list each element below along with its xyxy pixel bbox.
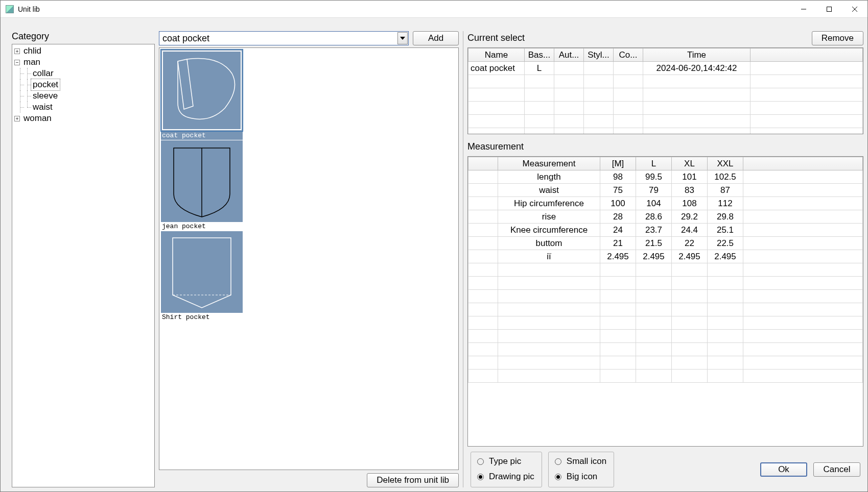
tree-item-pocket[interactable]: pocket [14,79,152,90]
table-row[interactable] [468,277,863,290]
table-row[interactable] [468,88,863,102]
cell [743,170,863,184]
cell [636,290,672,303]
tree-item-waist[interactable]: waist [14,102,152,113]
col-m[interactable]: [M] [600,157,636,170]
maximize-button[interactable] [816,1,842,17]
col-aut[interactable]: Aut... [554,48,584,62]
add-button[interactable]: Add [413,31,459,45]
cell [743,263,863,277]
table-row[interactable] [468,303,863,316]
radio-icon [477,474,484,480]
radio-small-icon[interactable]: Small icon [555,456,606,466]
cell [584,62,614,75]
thumbnail-list[interactable]: coat pocket jean pocket [159,47,459,470]
cell [743,237,863,250]
button-label: Delete from unit lib [377,475,449,485]
table-row[interactable]: iï2.4952.4952.4952.495 [468,250,863,263]
radio-label: Big icon [567,472,597,482]
current-select-table[interactable]: Name Bas... Aut... Styl... Co... Time co… [467,47,863,134]
table-row[interactable] [468,115,863,128]
table-row[interactable] [468,75,863,88]
col-blank[interactable] [468,157,498,170]
thumbnail-image [161,140,243,222]
cell [600,277,636,290]
cell [708,263,743,277]
cell [636,330,672,343]
delete-from-unit-lib-button[interactable]: Delete from unit lib [367,473,459,487]
col-time[interactable]: Time [643,48,750,62]
tree-item-woman[interactable]: woman [14,113,152,124]
thumb-coat-pocket[interactable]: coat pocket [161,50,243,140]
table-row[interactable]: waist75798387 [468,184,863,197]
table-row[interactable]: coat pocket L 2024-06-20,14:42:42 [468,62,863,75]
table-row[interactable] [468,290,863,303]
tree-item-man[interactable]: man [14,57,152,68]
table-row[interactable]: Hip circumference100104108112 [468,197,863,210]
cell [708,330,743,343]
table-row[interactable] [468,330,863,343]
cell [600,316,636,330]
tree-item-collar[interactable]: collar [14,68,152,79]
table-row[interactable] [468,370,863,383]
col-base[interactable]: Bas... [525,48,554,62]
col-extra[interactable] [743,157,863,170]
items-footer: Delete from unit lib [159,470,459,487]
cell [498,343,600,356]
col-styl[interactable]: Styl... [584,48,614,62]
tree-item-sleeve[interactable]: sleeve [14,90,152,102]
tree-item-chlid[interactable]: chlid [14,45,152,57]
thumb-jean-pocket[interactable]: jean pocket [161,140,243,231]
cell [672,277,708,290]
remove-button[interactable]: Remove [812,31,863,45]
combo-dropdown-button[interactable] [397,32,408,44]
close-button[interactable] [842,1,867,17]
expand-icon[interactable] [14,48,20,54]
col-xxl[interactable]: XXL [708,157,743,170]
cell [708,343,743,356]
ok-button[interactable]: Ok [760,462,807,477]
cell [708,303,743,316]
table-row[interactable] [468,343,863,356]
pic-type-group: Type pic Drawing pic [471,452,542,487]
radio-label: Type pic [489,456,521,466]
cell [468,303,498,316]
cell: coat pocket [468,62,525,75]
category-label: Category [12,31,155,42]
col-xl[interactable]: XL [672,157,708,170]
radio-big-icon[interactable]: Big icon [555,472,606,482]
col-co[interactable]: Co... [614,48,643,62]
cell [468,170,498,184]
radio-drawing-pic[interactable]: Drawing pic [477,472,534,482]
select-grid: Name Bas... Aut... Styl... Co... Time co… [468,48,863,134]
category-tree[interactable]: chlid man collar pocket [12,44,155,487]
table-row[interactable] [468,356,863,370]
cell [708,277,743,290]
table-row[interactable] [468,128,863,135]
radio-type-pic[interactable]: Type pic [477,456,534,466]
content: Category chlid man collar [1,18,867,491]
table-row[interactable]: length9899.5101102.5 [468,170,863,184]
col-extra[interactable] [750,48,863,62]
titlebar: Unit lib [1,1,867,18]
minimize-button[interactable] [791,1,816,17]
table-row[interactable]: Knee circumference2423.724.425.1 [468,224,863,237]
col-name[interactable]: Name [468,48,525,62]
details-panel: Current select Remove Name Bas... Aut...… [467,31,863,487]
cell [498,356,600,370]
table-row[interactable] [468,316,863,330]
cancel-button[interactable]: Cancel [813,462,860,477]
thumb-shirt-pocket[interactable]: Shirt pocket [161,231,243,322]
table-row[interactable] [468,102,863,115]
table-row[interactable] [468,263,863,277]
col-l[interactable]: L [636,157,672,170]
expand-icon[interactable] [14,116,20,121]
collapse-icon[interactable] [14,60,20,65]
table-row[interactable]: buttom2121.52222.5 [468,237,863,250]
measurement-table[interactable]: Measurement [M] L XL XXL length9899.5101… [467,156,863,447]
col-measurement[interactable]: Measurement [498,157,600,170]
item-name-combo[interactable]: coat pocket [159,31,409,45]
cell [708,290,743,303]
table-row[interactable]: rise2828.629.229.8 [468,210,863,224]
cell: L [525,62,554,75]
